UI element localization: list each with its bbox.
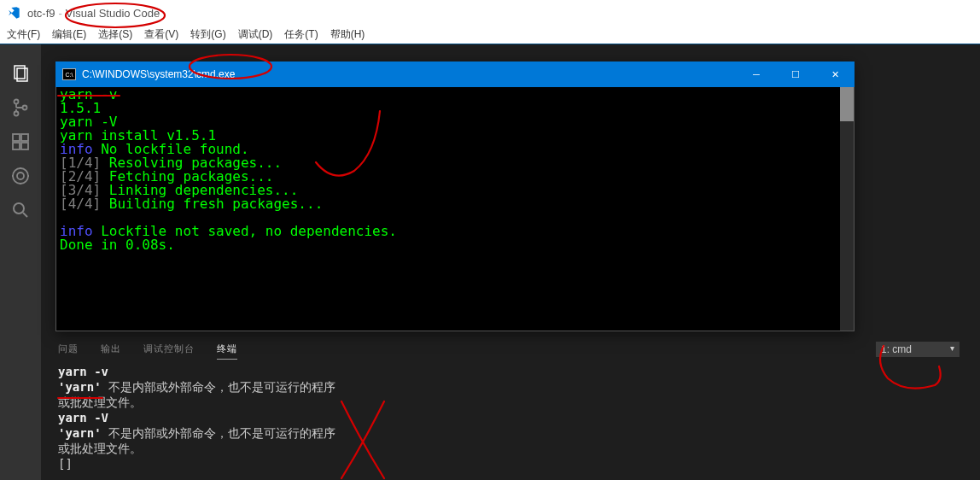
term-line: 或批处理文件。 [58,442,142,455]
scrollbar-thumb[interactable] [840,87,854,121]
svg-point-3 [15,112,19,116]
terminal-selector[interactable]: 1: cmd [876,342,960,357]
svg-rect-6 [21,134,28,141]
app-name: Visual Studio Code [66,7,160,20]
svg-point-9 [13,168,28,184]
term-line: 不是内部或外部命令，也不是可运行的程序 [102,426,335,440]
activity-bar [0,44,41,480]
terminal-body[interactable]: yarn -v 'yarn' 不是内部或外部命令，也不是可运行的程序 或批处理文… [41,364,980,480]
vscode-logo-icon [7,6,20,20]
svg-rect-7 [13,143,20,149]
extensions-icon[interactable] [0,125,41,159]
term-line: 不是内部或外部命令，也不是可运行的程序 [102,380,335,394]
menu-bar: 文件(F) 编辑(E) 选择(S) 查看(V) 转到(G) 调试(D) 任务(T… [0,26,980,44]
project-name: otc-f9 [27,7,55,20]
tab-terminal[interactable]: 终端 [217,339,237,360]
svg-point-11 [14,203,24,214]
svg-rect-5 [13,134,20,141]
minimize-button[interactable]: ─ [737,61,776,87]
title-separator: - [59,7,62,20]
cmd-line: Building fresh packages... [101,196,323,212]
tab-debug-console[interactable]: 调试控制台 [143,339,195,359]
source-control-icon[interactable] [0,91,41,125]
close-button[interactable]: ✕ [815,61,855,87]
panel-tabs: 问题 输出 调试控制台 终端 1: cmd [41,334,980,364]
cmd-scrollbar[interactable] [840,87,854,331]
menu-debug[interactable]: 调试(D) [238,27,273,42]
title-bar: otc-f9 - Visual Studio Code [0,0,980,26]
term-line: yarn -V [58,411,108,424]
svg-point-2 [15,100,19,104]
term-line: 'yarn' [58,380,102,394]
terminal-selector-label[interactable]: 1: cmd [876,342,960,357]
menu-goto[interactable]: 转到(G) [190,27,225,42]
cmd-window: C:\ C:\WINDOWS\system32\cmd.exe ─ ☐ ✕ ya… [55,61,855,331]
cmd-body[interactable]: yarn -v 1.5.1 yarn -V yarn install v1.5.… [55,87,855,331]
bottom-panel: 问题 输出 调试控制台 终端 1: cmd yarn -v 'yarn' 不是内… [41,333,980,480]
menu-edit[interactable]: 编辑(E) [52,27,86,42]
svg-rect-8 [21,143,28,149]
menu-tasks[interactable]: 任务(T) [284,27,318,42]
term-line: yarn -v [58,365,108,378]
search-icon[interactable] [0,193,41,227]
maximize-button[interactable]: ☐ [776,61,815,87]
menu-select[interactable]: 选择(S) [98,27,132,42]
cmd-icon: C:\ [62,68,76,80]
cmd-title-text: C:\WINDOWS\system32\cmd.exe [82,68,235,80]
cmd-title-bar[interactable]: C:\ C:\WINDOWS\system32\cmd.exe ─ ☐ ✕ [55,61,855,87]
menu-help[interactable]: 帮助(H) [330,27,365,42]
tab-problems[interactable]: 问题 [58,339,79,359]
term-line: [] [58,457,73,471]
term-line: 或批处理文件。 [58,395,142,409]
svg-point-4 [23,106,27,110]
cmd-line: Done in 0.08s. [60,237,175,253]
tab-output[interactable]: 输出 [101,339,121,359]
debug-icon[interactable] [0,159,41,193]
term-line: 'yarn' [58,426,102,440]
menu-view[interactable]: 查看(V) [144,27,178,42]
svg-point-10 [17,173,24,179]
menu-file[interactable]: 文件(F) [7,27,40,42]
explorer-icon[interactable] [0,56,41,91]
